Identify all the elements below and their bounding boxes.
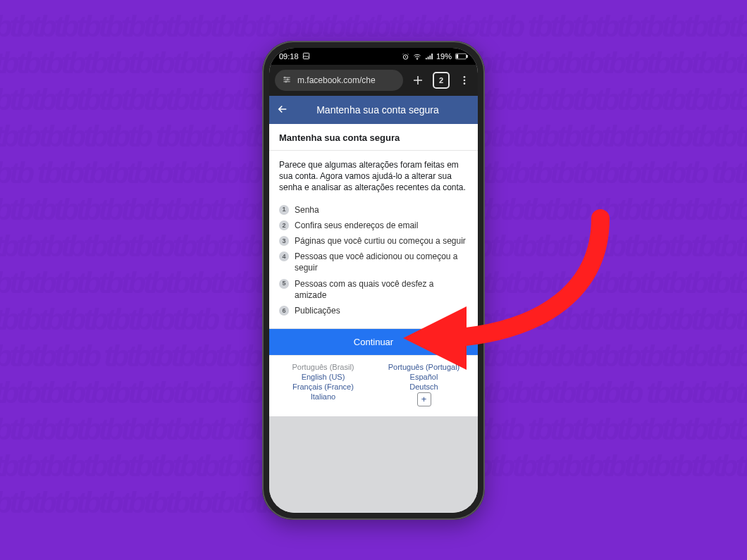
- step-number-badge: 3: [279, 236, 289, 246]
- step-item: 3Páginas que você curtiu ou começou a se…: [279, 233, 468, 249]
- svg-point-8: [285, 81, 287, 82]
- new-tab-button[interactable]: [410, 73, 426, 88]
- browser-toolbar: m.facebook.com/che 2: [269, 65, 478, 96]
- language-current: Português (Brasil): [275, 363, 371, 371]
- language-link[interactable]: Español: [376, 373, 472, 381]
- status-time: 09:18: [279, 52, 299, 61]
- status-battery-text: 19%: [436, 52, 452, 61]
- step-item: 2Confira seus endereços de email: [279, 218, 468, 233]
- svg-rect-5: [456, 54, 458, 58]
- tabs-button[interactable]: 2: [433, 72, 450, 89]
- fb-header-title: Mantenha sua conta segura: [297, 104, 471, 116]
- step-label: Páginas que você curtiu ou começou a seg…: [295, 235, 466, 247]
- step-item: 1Senha: [279, 202, 468, 218]
- step-label: Pessoas que você adicionou ou começou a …: [295, 251, 468, 273]
- svg-rect-4: [467, 55, 468, 58]
- language-link[interactable]: Deutsch: [376, 382, 472, 391]
- status-signal-icon: [425, 53, 433, 61]
- continue-button[interactable]: Continuar: [269, 328, 478, 355]
- status-battery-icon: [455, 53, 468, 60]
- card-title: Mantenha sua conta segura: [269, 124, 478, 151]
- step-number-badge: 1: [279, 205, 289, 215]
- step-label: Publicações: [295, 305, 340, 316]
- card-body: Parece que algumas alterações foram feit…: [269, 151, 478, 328]
- svg-point-7: [287, 79, 288, 80]
- back-button[interactable]: [276, 103, 289, 118]
- language-link[interactable]: Português (Portugal): [376, 363, 472, 371]
- fb-header: Mantenha sua conta segura: [269, 96, 478, 124]
- url-bar[interactable]: m.facebook.com/che: [275, 70, 403, 91]
- step-number-badge: 4: [279, 251, 289, 261]
- language-grid: Português (Brasil)Português (Portugal)En…: [275, 363, 472, 406]
- status-alarm-icon: [402, 53, 409, 61]
- step-item: 4Pessoas que você adicionou ou começou a…: [279, 249, 468, 275]
- card-intro-text: Parece que algumas alterações foram feit…: [279, 159, 468, 194]
- empty-area: [269, 416, 478, 513]
- step-item: 5Pessoas com as quais você desfez a amiz…: [279, 276, 468, 303]
- step-item: 6Publicações: [279, 303, 468, 318]
- tab-count-value: 2: [439, 76, 443, 85]
- svg-point-2: [417, 58, 418, 59]
- language-link[interactable]: Italiano: [275, 392, 371, 406]
- phone-mockup: 09:18 19%: [262, 41, 485, 520]
- language-more-button[interactable]: +: [417, 392, 431, 406]
- language-footer: Português (Brasil)Português (Portugal)En…: [269, 355, 478, 416]
- phone-screen: 09:18 19%: [269, 48, 478, 513]
- step-label: Pessoas com as quais você desfez a amiza…: [295, 278, 468, 301]
- step-label: Senha: [295, 204, 319, 216]
- svg-point-6: [284, 77, 285, 78]
- step-label: Confira seus endereços de email: [295, 220, 418, 231]
- svg-point-11: [464, 82, 466, 85]
- status-wifi-icon: [413, 53, 421, 61]
- camera-dot: [370, 53, 377, 60]
- step-number-badge: 2: [279, 220, 289, 230]
- browser-menu-button[interactable]: [457, 73, 472, 88]
- step-number-badge: 6: [279, 306, 289, 316]
- step-number-badge: 5: [279, 279, 289, 289]
- url-text: m.facebook.com/che: [297, 75, 376, 85]
- language-link[interactable]: English (US): [275, 373, 371, 381]
- status-gallery-icon: [302, 52, 310, 61]
- content-card: Mantenha sua conta segura Parece que alg…: [269, 124, 478, 355]
- svg-point-10: [464, 80, 466, 82]
- language-link[interactable]: Français (France): [275, 382, 371, 391]
- site-settings-icon: [282, 75, 292, 86]
- steps-list: 1Senha2Confira seus endereços de email3P…: [279, 202, 468, 319]
- svg-point-9: [464, 76, 466, 78]
